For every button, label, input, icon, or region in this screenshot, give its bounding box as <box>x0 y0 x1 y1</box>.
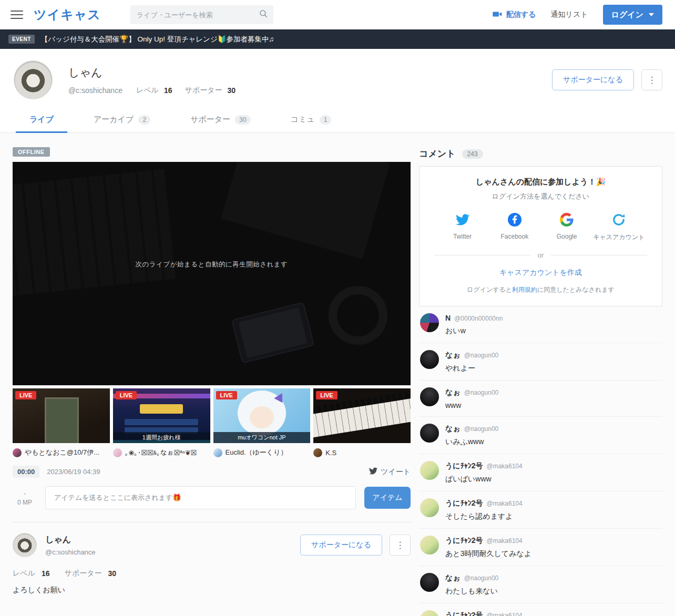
commenter-name[interactable]: うにﾁｬﾝ2号 <box>445 611 483 616</box>
terms-note: ログインすると利用規約に同意したとみなされます <box>434 285 647 294</box>
live-badge: LIVE <box>316 391 337 399</box>
search-icon[interactable] <box>259 9 268 20</box>
tab-bar: ライブ アーカイブ 2 サポーター 30 コミュ 1 <box>0 108 675 133</box>
login-prompt-heading: しゃんさんの配信に参加しよう！🎉 <box>434 177 647 187</box>
related-live-thumb[interactable]: LIVE <box>13 388 110 443</box>
item-display-area: アイテムを送るとここに表示されます🎁 <box>45 486 356 509</box>
player-bg-keyboard <box>13 169 176 296</box>
player-bg-headphones <box>329 286 387 345</box>
tab-community[interactable]: コミュ 1 <box>277 108 345 132</box>
comment-text: ばいばいwww <box>445 475 659 484</box>
mini-avatar <box>113 448 122 457</box>
login-facebook-button[interactable]: Facebook <box>488 213 540 242</box>
become-supporter-button[interactable]: サポーターになる <box>552 69 634 90</box>
chevron-down-icon <box>649 13 654 16</box>
player-bg-shape <box>221 162 390 259</box>
twitter-icon <box>456 213 469 228</box>
supporter-value: 30 <box>227 86 236 95</box>
comment-item: うにﾁｬﾝ2号@maka6104 そしたら認めますよ <box>419 491 662 529</box>
related-live-title[interactable]: K.S <box>313 448 411 457</box>
level-value: 16 <box>42 569 50 578</box>
player-bg-phone <box>231 302 315 364</box>
broadcaster-id: @c:soshichance <box>45 548 96 556</box>
commenter-avatar[interactable] <box>420 573 439 592</box>
login-button[interactable]: ログイン <box>603 5 662 25</box>
page-title: しゃん <box>68 65 243 80</box>
user-id: @c:soshichance <box>68 86 122 95</box>
login-twitter-button[interactable]: Twitter <box>436 213 488 242</box>
notification-list-link[interactable]: 通知リスト <box>551 10 588 19</box>
search-input[interactable] <box>137 11 259 19</box>
commenter-id: @0000n00000nn <box>454 315 503 322</box>
supporter-label: サポーター <box>185 86 222 95</box>
create-account-link[interactable]: キャスアカウントを作成 <box>434 268 647 278</box>
commenter-name[interactable]: うにﾁｬﾝ2号 <box>445 499 483 507</box>
event-banner[interactable]: EVENT 【バッジ付与＆大会開催🏆】 Only Up! 登頂チャレンジ🔰参加者… <box>0 29 675 49</box>
related-live-title[interactable]: やもとなおこ@10/7伊... <box>13 448 110 457</box>
commenter-avatar[interactable] <box>420 313 439 332</box>
google-icon <box>560 213 574 228</box>
commenter-name[interactable]: うにﾁｬﾝ2号 <box>445 536 483 545</box>
broadcaster-name[interactable]: しゃん <box>45 535 96 546</box>
commenter-name[interactable]: なぉ <box>445 424 461 433</box>
commenter-avatar[interactable] <box>420 536 439 555</box>
related-live-thumb[interactable]: LIVE 1週間お疲れ様 <box>113 388 210 443</box>
comment-text: www <box>445 401 659 409</box>
comment-text: やれよー <box>445 364 659 373</box>
camcorder-icon <box>492 9 503 21</box>
comment-text: そしたら認めますよ <box>445 512 659 521</box>
more-options-button[interactable]: ⋮ <box>390 535 411 556</box>
login-prompt-subheading: ログイン方法を選んでください <box>434 192 647 201</box>
more-options-button[interactable]: ⋮ <box>641 69 662 90</box>
thumb-overlay-text: muオワコンnot JP <box>213 432 311 443</box>
commenter-avatar[interactable] <box>420 387 439 406</box>
commenter-avatar[interactable] <box>420 610 439 616</box>
comment-item: うにﾁｬﾝ2号@maka6104 あと3時間耐久してみなよ <box>419 529 662 566</box>
video-player[interactable]: 次のライブが始まると自動的に再生開始されます <box>13 162 411 385</box>
comment-text: あと3時間耐久してみなよ <box>445 549 659 559</box>
commenter-name[interactable]: なぉ <box>445 388 461 396</box>
mini-avatar <box>13 448 22 457</box>
level-label: レベル <box>136 86 159 95</box>
elapsed-time: 00:00 <box>13 466 39 478</box>
related-live-title[interactable]: Euclid.（ゆーくり） <box>213 448 311 457</box>
login-cas-account-button[interactable]: キャスアカウント <box>593 213 645 242</box>
commenter-name[interactable]: N <box>445 314 451 322</box>
menu-icon[interactable] <box>11 11 23 19</box>
avatar[interactable] <box>13 533 37 557</box>
login-google-button[interactable]: Google <box>541 213 593 242</box>
terms-link[interactable]: 利用規約 <box>512 286 537 293</box>
tab-supporter[interactable]: サポーター 30 <box>177 108 264 132</box>
tab-live[interactable]: ライブ <box>16 108 67 132</box>
commenter-avatar[interactable] <box>420 350 439 369</box>
related-live-thumb[interactable]: LIVE <box>313 388 411 443</box>
comment-item: なぉ@naogun00 いみふwww <box>419 417 662 454</box>
comment-item: なぉ@naogun00 www <box>419 381 662 417</box>
commenter-name[interactable]: なぉ <box>445 351 461 359</box>
site-logo[interactable]: ツイキャス <box>34 6 101 23</box>
commenter-name[interactable]: うにﾁｬﾝ2号 <box>445 461 483 470</box>
commenter-id: @naogun00 <box>464 574 499 582</box>
live-badge: LIVE <box>116 391 137 399</box>
commenter-avatar[interactable] <box>420 461 439 480</box>
tweet-button[interactable]: ツイート <box>369 467 411 477</box>
item-button[interactable]: アイテム <box>364 487 411 509</box>
broadcast-button[interactable]: 配信する <box>492 9 536 21</box>
commenter-avatar[interactable] <box>420 498 439 517</box>
related-live-thumb[interactable]: LIVE muオワコンnot JP <box>213 388 311 443</box>
supporter-value: 30 <box>108 569 117 578</box>
live-badge: LIVE <box>15 391 36 399</box>
commenter-id: @maka6104 <box>486 500 522 507</box>
tab-archive[interactable]: アーカイブ 2 <box>80 108 164 132</box>
become-supporter-button[interactable]: サポーターになる <box>300 535 382 556</box>
commenter-name[interactable]: なぉ <box>445 573 461 582</box>
facebook-icon <box>508 213 521 228</box>
commenter-avatar[interactable] <box>420 424 439 443</box>
commenter-id: @naogun00 <box>464 389 499 396</box>
related-live-list: LIVE LIVE 1週間お疲れ様 LIVE muオワコンnot JP LIVE <box>13 388 411 443</box>
avatar[interactable] <box>14 60 53 99</box>
comment-text: おいw <box>445 326 659 336</box>
mp-score: - 0 MP <box>13 489 37 506</box>
level-label: レベル <box>13 569 35 578</box>
related-live-title[interactable]: ｡❀｡･☒☒ﾙ｡なぉ☒ªⁿ❦☒ <box>113 448 210 457</box>
